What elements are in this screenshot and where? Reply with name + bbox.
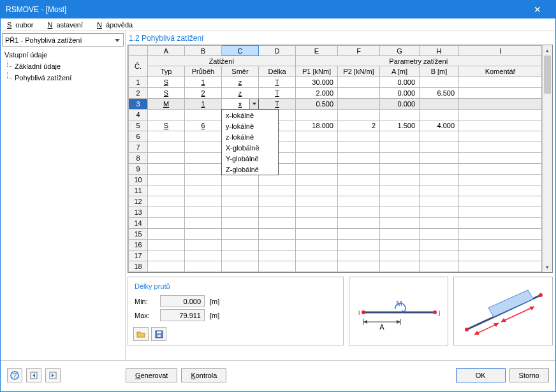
- col-A[interactable]: A: [148, 46, 185, 56]
- scroll-down-icon[interactable]: ▾: [543, 262, 552, 272]
- cell[interactable]: [380, 240, 420, 250]
- dropdown-option[interactable]: Y-globálně: [222, 153, 278, 164]
- direction-dropdown[interactable]: xx-lokálněy-lokálněz-lokálněX-globálněY-…: [222, 99, 259, 110]
- row-number[interactable]: 1: [129, 77, 148, 88]
- cell[interactable]: 18.000: [296, 120, 338, 131]
- cell[interactable]: 0.000: [380, 88, 420, 99]
- col-G[interactable]: G: [380, 46, 420, 56]
- table-row[interactable]: 16: [129, 240, 542, 250]
- generate-button[interactable]: Generovat: [126, 368, 177, 382]
- cell[interactable]: 0.500: [296, 99, 338, 110]
- row-number[interactable]: 16: [129, 240, 148, 250]
- cell[interactable]: [380, 142, 420, 153]
- vertical-scrollbar[interactable]: ▴ ▾: [542, 45, 552, 272]
- cell[interactable]: 0.000: [380, 99, 420, 110]
- cell[interactable]: [259, 250, 296, 261]
- cell[interactable]: [296, 153, 338, 164]
- table-row[interactable]: 9: [129, 164, 542, 175]
- col-I[interactable]: I: [459, 46, 542, 56]
- table-row[interactable]: 7: [129, 142, 542, 153]
- cell[interactable]: [459, 185, 542, 196]
- row-number[interactable]: 10: [129, 175, 148, 185]
- scroll-up-icon[interactable]: ▴: [543, 45, 552, 55]
- cell[interactable]: 0.000: [380, 77, 420, 88]
- row-number[interactable]: 6: [129, 131, 148, 142]
- row-number[interactable]: 12: [129, 196, 148, 207]
- cell[interactable]: [222, 218, 259, 229]
- cell[interactable]: [296, 131, 338, 142]
- cell[interactable]: [380, 175, 420, 185]
- cell[interactable]: z: [222, 88, 259, 99]
- cell[interactable]: S: [148, 120, 185, 131]
- cell[interactable]: 6: [185, 120, 222, 131]
- open-file-button[interactable]: [133, 327, 149, 341]
- cell[interactable]: [459, 218, 542, 229]
- cell[interactable]: [420, 207, 459, 218]
- cell[interactable]: [338, 229, 380, 240]
- table-row[interactable]: 6: [129, 131, 542, 142]
- cell[interactable]: [420, 250, 459, 261]
- tree-item-moving-loads[interactable]: Pohyblivá zatížení: [2, 72, 124, 83]
- cell[interactable]: 2.000: [296, 88, 338, 99]
- cell[interactable]: [459, 120, 542, 131]
- table-row[interactable]: 2S2zT2.0000.0006.500: [129, 88, 542, 99]
- cell[interactable]: T: [259, 77, 296, 88]
- cell[interactable]: [459, 77, 542, 88]
- row-number[interactable]: 13: [129, 207, 148, 218]
- row-number[interactable]: 8: [129, 153, 148, 164]
- dropdown-option[interactable]: X-globálně: [222, 142, 278, 153]
- cell[interactable]: [420, 142, 459, 153]
- cell[interactable]: 4.000: [420, 120, 459, 131]
- cell[interactable]: [338, 110, 380, 120]
- col-F[interactable]: F: [338, 46, 380, 56]
- cell[interactable]: [222, 207, 259, 218]
- cell[interactable]: [296, 175, 338, 185]
- cell[interactable]: M: [148, 99, 185, 110]
- row-number[interactable]: 7: [129, 142, 148, 153]
- row-number[interactable]: 17: [129, 250, 148, 261]
- cell[interactable]: [420, 153, 459, 164]
- cell[interactable]: [148, 153, 185, 164]
- cell[interactable]: [380, 196, 420, 207]
- cell[interactable]: T: [259, 88, 296, 99]
- table-row[interactable]: 13: [129, 207, 542, 218]
- row-number[interactable]: 18: [129, 261, 148, 272]
- cell[interactable]: [148, 250, 185, 261]
- col-B[interactable]: B: [185, 46, 222, 56]
- cell[interactable]: [459, 142, 542, 153]
- col-D[interactable]: D: [259, 46, 296, 56]
- tree-root[interactable]: Vstupní údaje: [2, 49, 124, 61]
- cell[interactable]: [420, 240, 459, 250]
- cell[interactable]: [459, 229, 542, 240]
- cell[interactable]: [259, 261, 296, 272]
- cell[interactable]: [459, 207, 542, 218]
- row-number[interactable]: 3: [129, 99, 148, 110]
- help-button[interactable]: ?: [7, 368, 22, 382]
- cell[interactable]: [380, 218, 420, 229]
- cell[interactable]: [420, 175, 459, 185]
- cell[interactable]: [420, 218, 459, 229]
- cell[interactable]: [148, 164, 185, 175]
- table-row[interactable]: 1S1zT30.0000.000: [129, 77, 542, 88]
- cell[interactable]: 1: [185, 99, 222, 110]
- cell[interactable]: [420, 131, 459, 142]
- chevron-down-icon[interactable]: [249, 99, 258, 109]
- cell[interactable]: [296, 218, 338, 229]
- cell[interactable]: 1.500: [380, 120, 420, 131]
- cell[interactable]: [420, 164, 459, 175]
- cell[interactable]: [338, 207, 380, 218]
- cell[interactable]: [459, 88, 542, 99]
- cell[interactable]: [338, 240, 380, 250]
- cell[interactable]: [222, 175, 259, 185]
- table-row[interactable]: 4: [129, 110, 542, 120]
- table-row[interactable]: 8: [129, 153, 542, 164]
- cell[interactable]: [222, 261, 259, 272]
- cell[interactable]: [338, 131, 380, 142]
- cell[interactable]: [148, 240, 185, 250]
- cell[interactable]: [338, 261, 380, 272]
- cell[interactable]: [380, 261, 420, 272]
- ok-button[interactable]: OK: [456, 368, 506, 382]
- table-row[interactable]: 18: [129, 261, 542, 272]
- cell[interactable]: [148, 185, 185, 196]
- cell[interactable]: [296, 240, 338, 250]
